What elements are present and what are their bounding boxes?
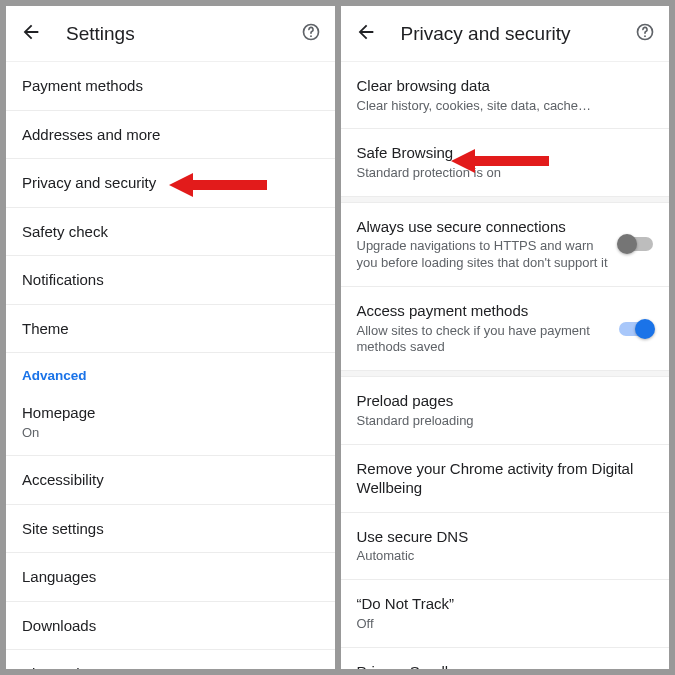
- item-sub: On: [22, 425, 319, 442]
- item-label: Remove your Chrome activity from Digital…: [357, 459, 654, 498]
- item-label: Accessibility: [22, 470, 319, 490]
- item-sub: Standard preloading: [357, 413, 654, 430]
- settings-title: Settings: [66, 23, 301, 45]
- help-icon[interactable]: [301, 22, 321, 46]
- help-icon[interactable]: [635, 22, 655, 46]
- item-label: Privacy and security: [22, 173, 319, 193]
- back-icon[interactable]: [355, 21, 377, 47]
- item-sub: Off: [357, 616, 654, 633]
- settings-item-safety-check[interactable]: Safety check: [6, 208, 335, 257]
- item-label: Notifications: [22, 270, 319, 290]
- privacy-item-digital-wellbeing[interactable]: Remove your Chrome activity from Digital…: [341, 445, 670, 513]
- settings-item-languages[interactable]: Languages: [6, 553, 335, 602]
- item-sub: Upgrade navigations to HTTPS and warn yo…: [357, 238, 610, 272]
- item-label: Languages: [22, 567, 319, 587]
- item-sub: Standard protection is on: [357, 165, 654, 182]
- privacy-header: Privacy and security: [341, 6, 670, 62]
- item-label: Site settings: [22, 519, 319, 539]
- toggle-secure-connections[interactable]: [619, 237, 653, 251]
- settings-item-downloads[interactable]: Downloads: [6, 602, 335, 651]
- settings-item-theme[interactable]: Theme: [6, 305, 335, 354]
- settings-list: Payment methods Addresses and more Priva…: [6, 62, 335, 669]
- svg-point-1: [310, 35, 312, 37]
- privacy-item-preload-pages[interactable]: Preload pagesStandard preloading: [341, 377, 670, 444]
- privacy-item-access-payment[interactable]: Access payment methodsAllow sites to che…: [341, 287, 670, 371]
- settings-item-payment-methods[interactable]: Payment methods: [6, 62, 335, 111]
- item-label: “Do Not Track”: [357, 594, 654, 614]
- settings-item-homepage[interactable]: HomepageOn: [6, 389, 335, 456]
- item-label: Preload pages: [357, 391, 654, 411]
- privacy-list: Clear browsing dataClear history, cookie…: [341, 62, 670, 669]
- privacy-item-safe-browsing[interactable]: Safe BrowsingStandard protection is on: [341, 129, 670, 196]
- privacy-item-do-not-track[interactable]: “Do Not Track”Off: [341, 580, 670, 647]
- item-label: About Chrome: [22, 664, 319, 669]
- privacy-panel: Privacy and security Clear browsing data…: [341, 6, 670, 669]
- advanced-section-label: Advanced: [6, 353, 335, 389]
- settings-item-privacy-security[interactable]: Privacy and security: [6, 159, 335, 208]
- privacy-item-secure-dns[interactable]: Use secure DNSAutomatic: [341, 513, 670, 580]
- settings-panel: Settings Payment methods Addresses and m…: [6, 6, 335, 669]
- item-label: Use secure DNS: [357, 527, 654, 547]
- item-label: Payment methods: [22, 76, 319, 96]
- back-icon[interactable]: [20, 21, 42, 47]
- privacy-title: Privacy and security: [401, 23, 636, 45]
- settings-item-addresses[interactable]: Addresses and more: [6, 111, 335, 160]
- toggle-access-payment[interactable]: [619, 322, 653, 336]
- settings-item-accessibility[interactable]: Accessibility: [6, 456, 335, 505]
- item-label: Safe Browsing: [357, 143, 654, 163]
- item-sub: Allow sites to check if you have payment…: [357, 323, 610, 357]
- svg-point-4: [644, 35, 646, 37]
- item-label: Addresses and more: [22, 125, 319, 145]
- settings-item-about-chrome[interactable]: About Chrome: [6, 650, 335, 669]
- settings-item-site-settings[interactable]: Site settings: [6, 505, 335, 554]
- settings-header: Settings: [6, 6, 335, 62]
- settings-item-notifications[interactable]: Notifications: [6, 256, 335, 305]
- item-label: Access payment methods: [357, 301, 610, 321]
- item-label: Safety check: [22, 222, 319, 242]
- privacy-item-secure-connections[interactable]: Always use secure connectionsUpgrade nav…: [341, 203, 670, 287]
- item-label: Theme: [22, 319, 319, 339]
- item-sub: Clear history, cookies, site data, cache…: [357, 98, 654, 115]
- item-label: Homepage: [22, 403, 319, 423]
- privacy-item-clear-browsing-data[interactable]: Clear browsing dataClear history, cookie…: [341, 62, 670, 129]
- item-label: Privacy Sandbox: [357, 662, 654, 669]
- item-sub: Automatic: [357, 548, 654, 565]
- item-label: Always use secure connections: [357, 217, 610, 237]
- item-label: Clear browsing data: [357, 76, 654, 96]
- privacy-item-privacy-sandbox[interactable]: Privacy SandboxTrial features are on: [341, 648, 670, 669]
- item-label: Downloads: [22, 616, 319, 636]
